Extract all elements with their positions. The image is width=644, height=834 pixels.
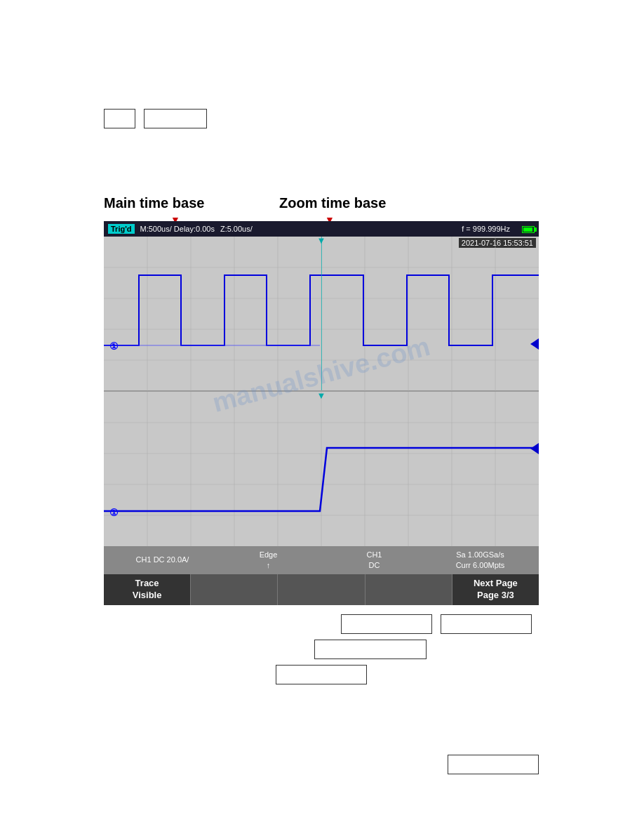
zoom-cursor-line: [321, 237, 322, 390]
scope-bottom-half: ① ▼: [104, 392, 539, 546]
btn-3[interactable]: [278, 574, 365, 605]
info-edge: Edge ↑: [215, 550, 321, 571]
button-bar: TraceVisible Next PagePage 3/3: [104, 574, 539, 605]
btn-next-page[interactable]: Next PagePage 3/3: [452, 574, 539, 605]
info-sample-rate: Sa 1.00GSa/s Curr 6.00Mpts: [427, 550, 533, 571]
btn-trace-visible[interactable]: TraceVisible: [104, 574, 191, 605]
freq-display: f = 999.999Hz: [462, 225, 510, 233]
info-ch1-dc: CH1 DC: [321, 550, 427, 571]
battery-icon: [520, 224, 535, 234]
placeholder-box-2: [441, 614, 532, 634]
ch1-bottom-marker: ①: [109, 507, 119, 518]
placeholder-box-4: [276, 665, 367, 684]
trig-badge: Trig'd: [108, 224, 135, 234]
oscilloscope-display: Trig'd M:500us/ Delay:0.00s Z:5.00us/ f …: [104, 221, 539, 605]
zoom-cursor-bottom-arrow: ▼: [317, 390, 326, 401]
info-ch1: CH1 DC 20.0A/: [109, 555, 215, 565]
far-bottom-box: [448, 755, 539, 774]
time-base-status: M:500us/ Delay:0.00s: [140, 225, 215, 233]
zoom-cursor-top-arrow: ▼: [317, 235, 326, 246]
bottom-boxes-group: [104, 614, 539, 690]
right-arrow-bottom: [530, 443, 539, 454]
top-box-1: [104, 109, 135, 128]
bottom-grid: [104, 392, 539, 546]
placeholder-box-3: [314, 640, 427, 659]
right-arrow-top: [530, 338, 539, 350]
status-bar: Trig'd M:500us/ Delay:0.00s Z:5.00us/ f …: [104, 221, 539, 237]
top-boxes: [104, 109, 207, 128]
main-time-base-label: Main time base ▼: [104, 195, 244, 211]
info-bar: CH1 DC 20.0A/ Edge ↑ CH1 DC Sa 1.00GSa/s…: [104, 546, 539, 574]
placeholder-box-1: [341, 614, 432, 634]
scope-top-half: 2021-07-16 15:53:51: [104, 237, 539, 391]
far-bottom-box-container: [104, 755, 539, 774]
zoom-time-base-label: Zoom time base ▼: [279, 195, 386, 211]
zoom-status: Z:5.00us/: [220, 225, 253, 233]
btn-2[interactable]: [191, 574, 278, 605]
ch1-top-marker: ①: [109, 340, 119, 352]
btn-4[interactable]: [365, 574, 452, 605]
top-box-2: [144, 109, 207, 128]
